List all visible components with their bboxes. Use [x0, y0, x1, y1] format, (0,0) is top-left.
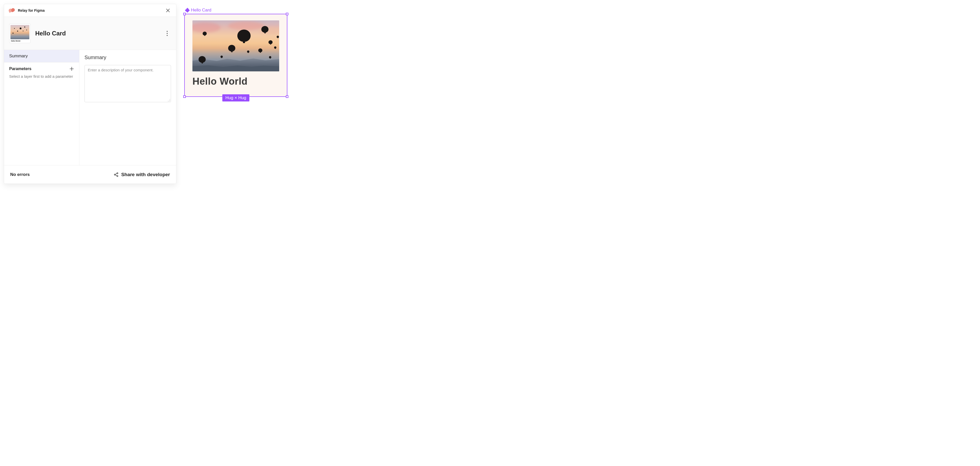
share-icon: [114, 172, 119, 177]
resize-handle-bl[interactable]: [183, 95, 186, 98]
thumbnail-image: [11, 25, 29, 39]
share-with-developer-button[interactable]: Share with developer: [114, 172, 170, 178]
main-content: Summary: [80, 50, 176, 165]
add-parameter-button[interactable]: [68, 65, 75, 72]
parameters-header: Parameters: [4, 62, 79, 73]
component-thumbnail: Hello World: [9, 24, 30, 43]
parameters-help-text: Select a layer first to add a parameter: [4, 73, 79, 79]
panel-body: Summary Parameters Select a layer first …: [4, 50, 176, 165]
selected-frame[interactable]: Hello World: [184, 14, 287, 97]
resize-handle-br[interactable]: [286, 95, 288, 98]
more-menu-button[interactable]: [163, 30, 171, 37]
plugin-titlebar: Relay for Figma: [4, 4, 176, 17]
panel-footer: No errors Share with developer: [4, 165, 176, 184]
card-image: [192, 21, 279, 71]
tab-summary[interactable]: Summary: [4, 50, 79, 62]
plugin-title: Relay for Figma: [18, 8, 45, 13]
svg-point-0: [115, 174, 115, 175]
frame-label[interactable]: Hello Card: [185, 8, 287, 13]
frame-label-text: Hello Card: [191, 8, 211, 13]
component-name: Hello Card: [35, 30, 66, 37]
plus-icon: [69, 67, 74, 71]
sidebar: Summary Parameters Select a layer first …: [4, 50, 80, 165]
resize-handle-tl[interactable]: [183, 13, 186, 15]
description-input[interactable]: [84, 65, 171, 102]
close-icon: [165, 8, 170, 13]
size-badge: Hug × Hug: [222, 94, 249, 101]
close-button[interactable]: [164, 7, 172, 14]
status-text: No errors: [10, 172, 30, 177]
svg-point-2: [117, 175, 118, 176]
share-label: Share with developer: [121, 172, 170, 178]
parameters-title: Parameters: [9, 67, 32, 71]
figma-canvas[interactable]: Hello Card Hello World Hug × Hug: [184, 8, 287, 97]
component-icon: [185, 8, 189, 12]
thumbnail-caption: Hello World: [11, 39, 29, 42]
relay-logo-icon: [9, 8, 15, 13]
main-heading: Summary: [84, 55, 171, 60]
svg-point-1: [117, 173, 118, 174]
card-text: Hello World: [192, 76, 279, 87]
relay-plugin-panel: Relay for Figma Hello World Hello Card S…: [4, 4, 177, 184]
resize-handle-tr[interactable]: [286, 13, 288, 15]
component-header: Hello World Hello Card: [4, 17, 176, 50]
